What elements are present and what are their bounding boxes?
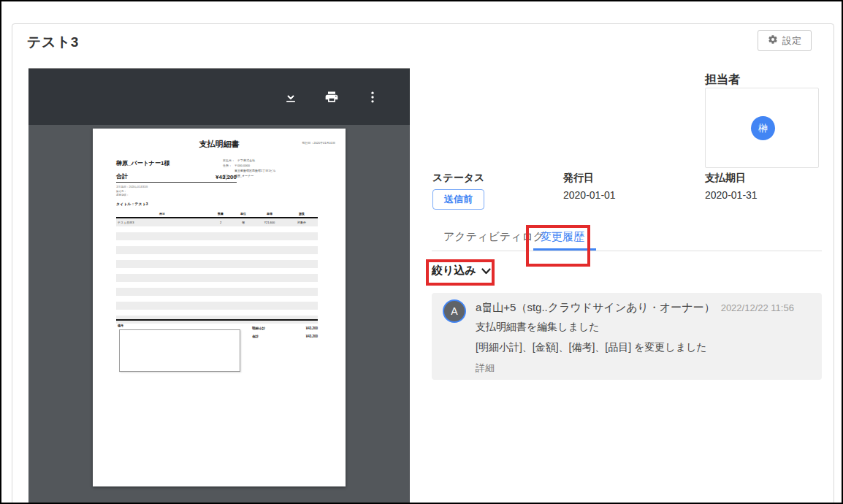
activity-detail-link[interactable]: 詳細 <box>476 362 495 375</box>
empty-row <box>116 260 318 268</box>
activity-action: 支払明細書を編集しました <box>476 321 600 334</box>
status-label: ステータス <box>432 172 484 185</box>
empty-row <box>116 288 318 296</box>
activity-timestamp: 2022/12/22 11:56 <box>721 302 794 313</box>
assignee-box: 榊 <box>705 88 819 168</box>
document-totals: 明細小計 ¥43,200 合計 ¥43,200 <box>252 327 318 343</box>
document-total-row: 合計 ¥43,200 <box>116 172 237 183</box>
empty-row <box>116 232 318 240</box>
change-history-entry: A a畠山+5（stg..クラウドサインあり・オーナー）2022/12/22 1… <box>432 293 822 380</box>
annotation-box-change-history-tab <box>526 225 590 267</box>
document-subtitle: タイトル：テスト3 <box>116 202 148 206</box>
document-divider <box>116 319 318 321</box>
document-recipient: 榊原_パートナー1様 <box>116 159 169 167</box>
issue-date-label: 発行日 <box>563 172 594 185</box>
screenshot-frame: テスト3 設定 支払明細書 発行日 <box>0 0 843 504</box>
annotation-box-filter <box>426 259 495 286</box>
gear-icon <box>768 34 778 47</box>
issue-date-value: 2020-01-01 <box>563 189 616 201</box>
main-card: テスト3 設定 支払明細書 発行日 <box>12 23 834 504</box>
settings-button[interactable]: 設定 <box>758 30 812 51</box>
document-meta-lines: 支払期日：2020年01月31日 振込先： 源泉徴収： <box>116 186 148 198</box>
more-vertical-icon[interactable] <box>365 89 381 105</box>
page-title: テスト3 <box>27 33 79 52</box>
user-avatar: A <box>443 299 466 323</box>
document-payer-info: 支払元： テマ株式会社 住所： 〒000-0000 東京都新宿区西新宿1丁目1ビ… <box>223 158 332 178</box>
pdf-viewer: 支払明細書 発行日：2020年01月01日 榊原_パートナー1様 支払元： テマ… <box>28 68 410 504</box>
empty-row <box>116 274 318 282</box>
pdf-document-page: 支払明細書 発行日：2020年01月01日 榊原_パートナー1様 支払元： テマ… <box>93 129 346 486</box>
settings-button-label: 設定 <box>782 34 801 47</box>
pdf-toolbar <box>28 69 410 125</box>
due-date-value: 2020-01-31 <box>705 189 758 201</box>
document-issue-date: 発行日：2020年01月01日 <box>302 141 335 145</box>
table-row: テスト品目3 2 個 ¥21,600 対象外 <box>116 218 318 226</box>
activity-changed-fields: [明細小計]、[金額]、[備考]、[品目] を変更しました <box>476 341 707 354</box>
print-icon[interactable] <box>324 89 340 105</box>
due-date-label: 支払期日 <box>705 172 746 185</box>
document-table-header: 品目 数量 単位 単価 源泉 <box>116 210 318 218</box>
activity-user: a畠山+5（stg..クラウドサインあり・オーナー）2022/12/22 11:… <box>476 301 794 315</box>
document-remarks-box <box>119 329 240 372</box>
tabs-divider <box>432 251 822 251</box>
status-badge[interactable]: 送信前 <box>432 189 484 210</box>
empty-row <box>116 302 318 310</box>
assignee-avatar[interactable]: 榊 <box>751 116 775 140</box>
document-remarks-label: 備考 <box>118 324 123 327</box>
assignee-label: 担当者 <box>705 72 740 88</box>
download-icon[interactable] <box>283 89 299 105</box>
empty-row <box>116 246 318 254</box>
document-line-item-table: 品目 数量 単位 単価 源泉 テスト品目3 2 個 ¥21,600 対象外 <box>116 210 318 329</box>
